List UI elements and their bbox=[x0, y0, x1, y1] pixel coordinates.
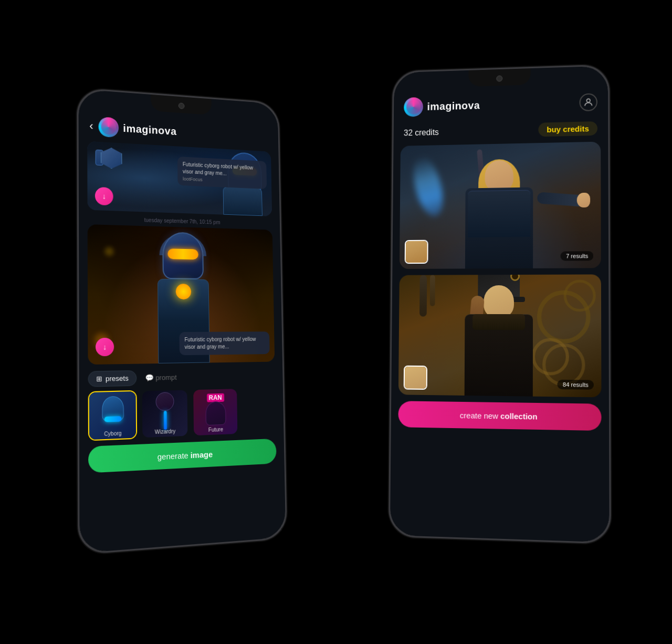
buy-credits-button[interactable]: buy credits bbox=[538, 121, 597, 137]
right-volume-up bbox=[391, 143, 393, 164]
power-btn bbox=[279, 183, 282, 217]
right-silent bbox=[391, 128, 394, 142]
presets-icon: ⊞ bbox=[96, 375, 102, 383]
profile-icon[interactable] bbox=[580, 93, 597, 111]
preset-card-cyborg[interactable]: Cyborg bbox=[88, 390, 138, 441]
right-logo-icon bbox=[404, 97, 423, 117]
silent-btn bbox=[77, 147, 78, 161]
right-screen: imaginova 32 credits buy credits bbox=[390, 66, 610, 542]
prompt-icon: 💬 bbox=[145, 373, 153, 382]
phone-left: ‹ imaginova bbox=[77, 87, 287, 555]
collection-card-wizard[interactable]: 7 results bbox=[400, 142, 601, 269]
generate-image-button[interactable]: generate image bbox=[88, 439, 277, 473]
scene: ‹ imaginova bbox=[47, 33, 625, 611]
volume-up-btn bbox=[77, 163, 79, 184]
phone-right: imaginova 32 credits buy credits bbox=[388, 64, 611, 544]
caption-bubble-top: Futuristic cyborg robot w/ yellow visor … bbox=[177, 157, 267, 189]
tab-presets[interactable]: ⊞ presets bbox=[88, 370, 137, 387]
preset-card-future[interactable]: RAN Future bbox=[192, 388, 238, 437]
svg-point-0 bbox=[586, 99, 590, 102]
volume-down-btn bbox=[77, 189, 79, 211]
download-button-top[interactable]: ↓ bbox=[95, 187, 113, 206]
results-badge-1: 7 results bbox=[561, 251, 594, 261]
preset-card-wizardry[interactable]: Wizardry bbox=[141, 389, 189, 439]
thumbnail-wizard bbox=[405, 240, 428, 264]
right-header: imaginova bbox=[394, 66, 608, 122]
credits-count: 32 credits bbox=[404, 128, 439, 138]
main-chat-image: ↓ Futuristic cyborg robot w/ yellow viso… bbox=[88, 224, 275, 365]
right-power bbox=[608, 149, 611, 186]
right-volume-down bbox=[391, 169, 393, 190]
tab-prompt[interactable]: 💬 prompt bbox=[141, 370, 181, 385]
create-new-collection-button[interactable]: create new collection bbox=[398, 401, 601, 431]
logo-icon bbox=[99, 117, 119, 138]
collection-card-steampunk[interactable]: 84 results bbox=[398, 274, 602, 397]
thumbnail-steampunk bbox=[404, 366, 427, 390]
preset-cards-container: Cyborg Wizardry bbox=[79, 387, 284, 441]
top-chat-image: ↓ Futuristic cyborg robot w/ yellow viso… bbox=[87, 141, 272, 216]
back-button[interactable]: ‹ bbox=[89, 119, 93, 133]
results-badge-2: 84 results bbox=[558, 380, 594, 390]
left-screen: ‹ imaginova bbox=[78, 89, 286, 553]
caption-bubble-main: Futuristic cyborg robot w/ yellow visor … bbox=[179, 331, 269, 355]
app-title-right: imaginova bbox=[427, 99, 480, 112]
app-title-left: imaginova bbox=[123, 122, 176, 138]
